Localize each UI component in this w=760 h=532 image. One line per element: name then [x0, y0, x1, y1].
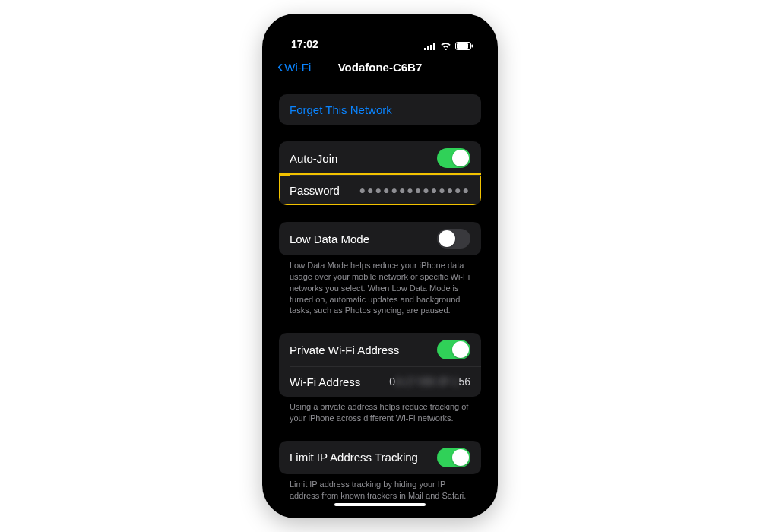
page-title: Vodafone-C6B7 [338, 61, 423, 74]
private-footer: Using a private address helps reduce tra… [279, 397, 481, 424]
private-group: Private Wi-Fi Address Wi-Fi Address 0A:2… [279, 333, 481, 397]
status-icons [424, 42, 473, 50]
low-data-row[interactable]: Low Data Mode [279, 222, 481, 255]
svg-rect-0 [424, 48, 426, 50]
auto-join-toggle[interactable] [437, 148, 470, 168]
private-wifi-toggle[interactable] [437, 340, 470, 359]
limitip-footer: Limit IP address tracking by hiding your… [279, 474, 481, 502]
wifi-address-label: Wi-Fi Address [290, 375, 360, 388]
back-button[interactable]: ‹ Wi-Fi [277, 52, 311, 82]
wifi-address-value: 0A:27:BB:3F:156 [389, 375, 470, 388]
content[interactable]: Forget This Network Auto-Join Password ●… [270, 82, 490, 511]
limit-ip-row[interactable]: Limit IP Address Tracking [279, 441, 481, 474]
limitip-group: Limit IP Address Tracking [279, 441, 481, 474]
wifi-address-row[interactable]: Wi-Fi Address 0A:27:BB:3F:156 [279, 366, 481, 397]
chevron-left-icon: ‹ [277, 59, 283, 75]
phone-frame: 17:02 ‹ Wi-Fi Vodafone-C6B7 Forget This … [262, 14, 498, 518]
nav-bar: ‹ Wi-Fi Vodafone-C6B7 [270, 52, 490, 82]
low-data-toggle[interactable] [437, 229, 470, 249]
private-wifi-label: Private Wi-Fi Address [290, 344, 399, 356]
join-group: Auto-Join Password ●●●●●●●●●●●●●● [279, 141, 481, 205]
password-row[interactable]: Password ●●●●●●●●●●●●●● [279, 175, 481, 205]
home-indicator[interactable] [334, 503, 426, 506]
svg-rect-5 [457, 43, 468, 49]
svg-rect-3 [433, 43, 435, 50]
screen: 17:02 ‹ Wi-Fi Vodafone-C6B7 Forget This … [270, 21, 490, 511]
forget-label: Forget This Network [290, 103, 392, 116]
limit-ip-label: Limit IP Address Tracking [290, 451, 418, 464]
auto-join-row[interactable]: Auto-Join [279, 141, 481, 175]
limit-ip-toggle[interactable] [437, 448, 470, 467]
wifi-icon [440, 42, 451, 50]
svg-rect-2 [430, 45, 432, 50]
password-label: Password [290, 184, 340, 197]
lowdata-group: Low Data Mode [279, 222, 481, 255]
private-wifi-row[interactable]: Private Wi-Fi Address [279, 333, 481, 366]
svg-rect-6 [472, 45, 473, 48]
notch [327, 20, 433, 38]
svg-rect-1 [427, 46, 429, 50]
cellular-icon [424, 43, 436, 50]
back-label: Wi-Fi [284, 61, 311, 74]
low-data-label: Low Data Mode [290, 233, 369, 245]
auto-join-label: Auto-Join [290, 152, 337, 165]
battery-icon [455, 42, 473, 50]
status-time: 17:02 [291, 38, 318, 50]
forget-group: Forget This Network [279, 94, 481, 125]
forget-network-button[interactable]: Forget This Network [279, 94, 481, 125]
password-mask: ●●●●●●●●●●●●●● [359, 184, 470, 196]
low-data-footer: Low Data Mode helps reduce your iPhone d… [279, 255, 481, 316]
